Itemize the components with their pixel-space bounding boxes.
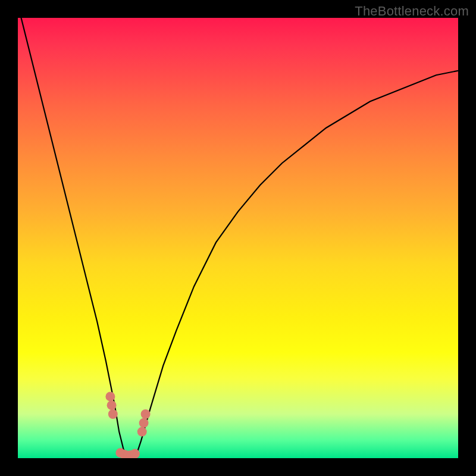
curve-marker xyxy=(137,427,147,437)
curve-marker xyxy=(107,400,117,410)
curve-markers xyxy=(105,392,150,458)
curve-marker xyxy=(108,409,118,419)
bottleneck-curve xyxy=(18,18,458,458)
curve-overlay xyxy=(18,18,458,458)
curve-marker xyxy=(139,418,149,428)
watermark-label: TheBottleneck.com xyxy=(355,4,469,19)
curve-marker xyxy=(130,449,140,458)
curve-marker xyxy=(141,409,151,419)
curve-marker xyxy=(105,392,115,401)
